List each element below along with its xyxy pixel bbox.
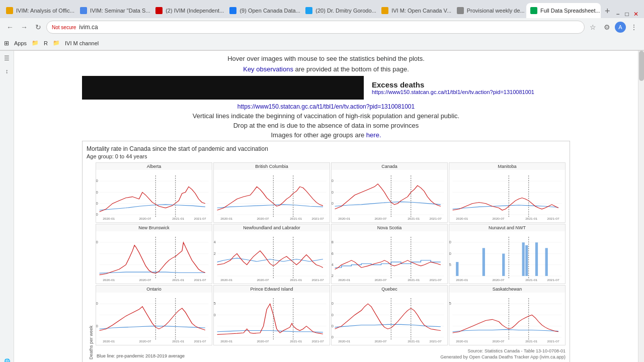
chart-pei: Prince Edward Island 1.5 1.0 (213, 285, 330, 345)
svg-text:2021-01: 2021-01 (408, 278, 420, 281)
key-obs-text: Key observations are provided at the bot… (82, 65, 570, 73)
svg-text:2021-07: 2021-07 (312, 217, 325, 220)
bookmarks-bar: ⊞ Apps 📁 R 📁 IVI M channel (0, 36, 644, 50)
close-window-button[interactable]: ✕ (632, 10, 640, 18)
address-bar[interactable]: Not secure ivim.ca (46, 21, 585, 34)
svg-text:2021-01: 2021-01 (290, 278, 302, 281)
sidebar-icon-1[interactable]: ☰ (2, 53, 13, 64)
svg-text:4: 4 (332, 262, 334, 266)
svg-text:2020-07: 2020-07 (492, 339, 505, 342)
svg-text:2020-07: 2020-07 (139, 339, 151, 342)
svg-text:2021-01: 2021-01 (525, 278, 538, 281)
svg-text:1.5: 1.5 (214, 302, 216, 306)
svg-text:2021-01: 2021-01 (290, 217, 302, 220)
charts-wrapper: Deaths per week Alberta (87, 162, 566, 359)
svg-text:40: 40 (332, 302, 334, 306)
tab-5[interactable]: (20) Dr. Dmitry Gorodo... ✕ (301, 3, 377, 18)
tab-1[interactable]: IVIM: Analysis of Offic... ✕ (2, 3, 75, 18)
black-box (82, 76, 364, 100)
svg-text:20: 20 (332, 324, 334, 328)
chart-nwt-title: Nunavut and NWT (449, 224, 565, 231)
svg-text:2020-01: 2020-01 (338, 339, 351, 342)
url-display: ivim.ca (79, 24, 98, 31)
svg-text:300: 300 (332, 179, 334, 183)
svg-text:2021-01: 2021-01 (525, 339, 538, 342)
source-statcan: Source: Statistics Canada - Table 13-10-… (440, 348, 566, 353)
forward-button[interactable]: → (18, 21, 30, 33)
svg-text:2.0: 2.0 (449, 240, 451, 244)
tab-8[interactable]: Full Data Spreadsheet... ✕ (526, 3, 601, 18)
reload-button[interactable]: ↻ (32, 21, 44, 33)
tab-6[interactable]: IVI M: Open Canada V... ✕ (377, 3, 452, 18)
tab-2-label: IVIM: Seminar "Data S... (90, 8, 150, 14)
svg-rect-91 (456, 262, 458, 276)
chart-legend: Blue line: pre-pandemic 2018-2019 averag… (96, 352, 186, 359)
excess-deaths-label: Excess deaths (372, 80, 534, 89)
svg-text:2021-01: 2021-01 (408, 217, 420, 220)
new-tab-button[interactable]: + (601, 4, 613, 18)
bookmark-r[interactable]: R (41, 39, 51, 47)
extensions-button[interactable]: ⚙ (601, 21, 613, 33)
chart-alberta: Alberta 80 60 4 (96, 162, 212, 223)
statcan-link-2[interactable]: https://www150.statcan.gc.ca/t1/tbl1/en/… (237, 103, 415, 110)
chart-canada-title: Canada (332, 163, 447, 170)
maximize-button[interactable]: □ (623, 10, 631, 18)
svg-text:200: 200 (332, 190, 334, 194)
chart-sask: Saskatchewan 5 (449, 285, 566, 345)
tab-4[interactable]: (9) Open Canada Data... ✕ (225, 3, 301, 18)
svg-text:2021-07: 2021-07 (547, 339, 560, 342)
svg-text:2020-01: 2020-01 (220, 339, 233, 342)
mortality-chart-section: Mortality rate in Canada since the start… (82, 141, 570, 362)
svg-text:100: 100 (332, 201, 334, 205)
svg-text:2021-01: 2021-01 (172, 217, 185, 220)
svg-text:2020-01: 2020-01 (338, 217, 351, 220)
key-observations-link[interactable]: Key observations (243, 65, 293, 73)
svg-text:1.0: 1.0 (214, 313, 216, 317)
svg-rect-97 (545, 248, 548, 276)
tab-3[interactable]: (2) IVIM (Independent... ✕ (151, 3, 225, 18)
tab-7[interactable]: Provisional weekly de... ✕ (453, 3, 526, 18)
chart-quebec: Quebec 40 30 20 10 (331, 285, 448, 345)
svg-text:6: 6 (332, 251, 334, 255)
chart-nb-title: New Brunswick (96, 224, 212, 231)
source-app: Generated by Open Canada Deaths Tracker … (440, 354, 566, 359)
tab-2[interactable]: IVIM: Seminar "Data S... ✕ (76, 3, 151, 18)
statcan-link[interactable]: https://www150.statcan.gc.ca/t1/tbl1/en/… (372, 89, 534, 95)
svg-text:2021-07: 2021-07 (194, 278, 207, 281)
back-button[interactable]: ← (4, 21, 16, 33)
svg-text:2021-07: 2021-07 (547, 278, 560, 281)
bookmark-apps[interactable]: Apps (11, 39, 30, 47)
scrollbar-thumb[interactable] (639, 51, 644, 81)
tab-8-label: Full Data Spreadsheet... (540, 8, 600, 14)
chart-manitoba-title: Manitoba (449, 163, 565, 170)
svg-text:2020-07: 2020-07 (374, 217, 387, 220)
drop-text: Drop at the end is due to the absence of… (82, 122, 570, 129)
svg-text:20: 20 (96, 213, 98, 217)
tab-3-label: (2) IVIM (Independent... (166, 8, 224, 14)
bookmark-ivim[interactable]: IVI M channel (62, 39, 102, 47)
sidebar-icon-2[interactable]: ↕ (2, 66, 13, 77)
scrollbar[interactable] (638, 51, 644, 362)
svg-text:30: 30 (96, 240, 98, 244)
svg-text:2021-01: 2021-01 (525, 217, 538, 220)
svg-text:30: 30 (332, 313, 334, 317)
svg-text:2: 2 (214, 251, 216, 255)
svg-text:2020-07: 2020-07 (257, 278, 269, 281)
chart-canada: Canada 300 200 100 (331, 162, 448, 223)
svg-text:2021-01: 2021-01 (408, 339, 420, 342)
menu-button[interactable]: ⋮ (628, 21, 640, 33)
chart-sask-title: Saskatchewan (449, 286, 565, 293)
svg-text:2021-07: 2021-07 (430, 339, 442, 342)
profile-button[interactable]: A (615, 22, 626, 33)
svg-text:2020-01: 2020-01 (103, 278, 115, 281)
svg-text:2021-07: 2021-07 (312, 278, 325, 281)
bookmark-button[interactable]: ☆ (587, 21, 599, 33)
chart-ontario-title: Ontario (96, 286, 212, 293)
hover-text: Hover over images with mouse to see the … (82, 55, 570, 62)
svg-text:5: 5 (449, 302, 451, 306)
sidebar-icon-3[interactable]: 🌐 (2, 355, 13, 362)
vertical-lines-text: Vertical lines indicate the beginning of… (82, 112, 570, 120)
svg-text:2021-07: 2021-07 (547, 217, 560, 220)
minimize-button[interactable]: − (614, 10, 622, 18)
here-link[interactable]: here. (366, 131, 381, 139)
